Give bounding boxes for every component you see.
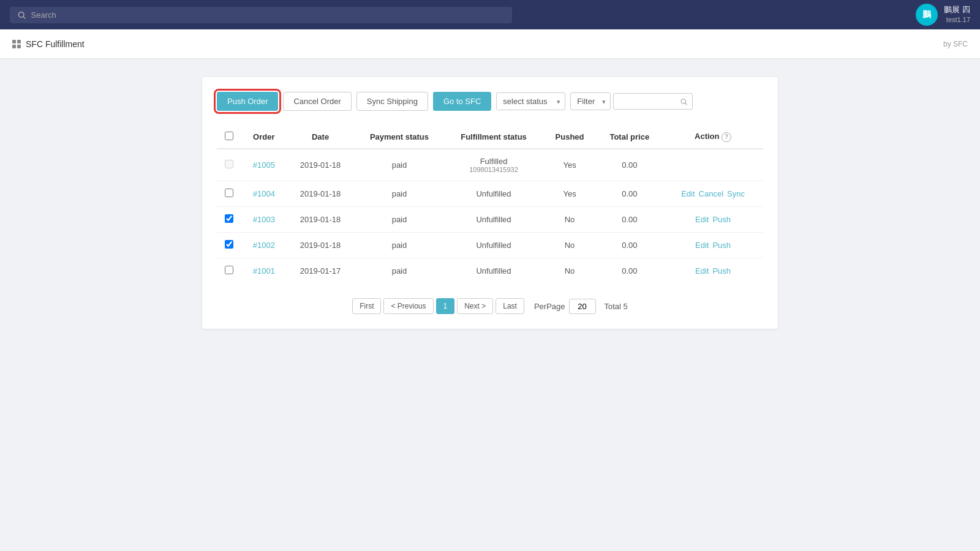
current-page-button[interactable]: 1 <box>436 298 455 314</box>
payment-status: paid <box>354 258 444 284</box>
row-checkbox[interactable] <box>225 266 233 274</box>
first-page-button[interactable]: First <box>352 298 381 314</box>
main-content: Push Order Cancel Order Sync Shipping Go… <box>0 59 980 347</box>
svg-point-0 <box>18 12 24 17</box>
fulfillment-status: Unfulfilled <box>444 258 543 284</box>
row-checkbox[interactable] <box>225 189 233 197</box>
col-action: Action ? <box>663 126 763 149</box>
orders-table: Order Date Payment status Fulfillment st… <box>217 126 763 283</box>
user-sub: test1.17 <box>944 15 970 24</box>
row-checkbox[interactable] <box>225 160 233 168</box>
action-push-link[interactable]: Push <box>712 215 731 224</box>
last-page-button[interactable]: Last <box>496 298 524 314</box>
next-page-button[interactable]: Next > <box>457 298 493 314</box>
table-body: #10052019-01-18paidFulfilled109801341593… <box>217 149 763 283</box>
perpage-wrap: PerPage Total 5 <box>534 299 628 314</box>
subheader-right: by SFC <box>943 40 968 48</box>
filter-search-wrap[interactable] <box>613 93 693 110</box>
col-date: Date <box>287 126 355 149</box>
search-bar[interactable] <box>10 7 512 23</box>
order-link[interactable]: #1005 <box>253 160 275 170</box>
action-edit-link[interactable]: Edit <box>695 215 709 224</box>
table-row: #10012019-01-17paidUnfulfilledNo0.00Edit… <box>217 258 763 284</box>
payment-status: paid <box>354 207 444 233</box>
pushed-status: No <box>543 233 597 258</box>
table-row: #10022019-01-18paidUnfulfilledNo0.00Edit… <box>217 233 763 258</box>
subheader: SFC Fulfillment by SFC <box>0 29 980 59</box>
svg-line-1 <box>23 17 25 18</box>
order-link[interactable]: #1004 <box>253 189 275 198</box>
total-price: 0.00 <box>596 207 663 233</box>
grid-icon <box>12 40 21 48</box>
select-all-checkbox[interactable] <box>225 132 233 140</box>
sync-shipping-button[interactable]: Sync Shipping <box>356 92 428 111</box>
action-push-link[interactable]: Push <box>712 266 731 276</box>
total-price: 0.00 <box>596 258 663 284</box>
fulfillment-status: Unfulfilled <box>444 233 543 258</box>
row-checkbox[interactable] <box>225 214 233 223</box>
action-edit-link[interactable]: Edit <box>695 241 709 250</box>
order-link[interactable]: #1003 <box>253 215 275 224</box>
action-cell <box>663 149 763 181</box>
action-cancel-link[interactable]: Cancel <box>699 189 723 198</box>
col-checkbox <box>217 126 241 149</box>
pushed-status: No <box>543 258 597 284</box>
subheader-left: SFC Fulfillment <box>12 39 85 49</box>
order-date: 2019-01-18 <box>287 181 355 207</box>
user-name: 鵬展 四 <box>944 5 970 15</box>
total-price: 0.00 <box>596 181 663 207</box>
payment-status: paid <box>354 149 444 181</box>
user-info: 鵬展 四 test1.17 <box>944 5 970 24</box>
fulfillment-status: Unfulfilled <box>444 181 543 207</box>
order-link[interactable]: #1002 <box>253 241 275 250</box>
order-date: 2019-01-18 <box>287 149 355 181</box>
user-area: 鵬 鵬展 四 test1.17 <box>916 4 970 26</box>
table-row: #10032019-01-18paidUnfulfilledNo0.00Edit… <box>217 207 763 233</box>
go-to-sfc-button[interactable]: Go to SFC <box>433 92 491 111</box>
payment-status: paid <box>354 181 444 207</box>
top-nav: 鵬 鵬展 四 test1.17 <box>0 0 980 29</box>
col-total: Total price <box>596 126 663 149</box>
action-edit-link[interactable]: Edit <box>681 189 695 198</box>
fulfillment-status: Unfulfilled <box>444 207 543 233</box>
pushed-status: Yes <box>543 181 597 207</box>
avatar: 鵬 <box>916 4 938 26</box>
perpage-input[interactable] <box>569 299 596 314</box>
toolbar: Push Order Cancel Order Sync Shipping Go… <box>217 92 763 111</box>
col-fulfillment: Fulfillment status <box>444 126 543 149</box>
card: Push Order Cancel Order Sync Shipping Go… <box>202 77 778 329</box>
action-help-icon[interactable]: ? <box>722 132 731 142</box>
filter-select[interactable]: Filter Order Date <box>570 92 611 110</box>
svg-line-3 <box>685 103 687 105</box>
action-cell: EditCancelSync <box>663 181 763 207</box>
order-date: 2019-01-18 <box>287 207 355 233</box>
col-payment: Payment status <box>354 126 444 149</box>
cancel-order-button[interactable]: Cancel Order <box>283 92 351 111</box>
fulfillment-status: Fulfilled1098013415932 <box>444 149 543 181</box>
col-order: Order <box>241 126 287 149</box>
prev-page-button[interactable]: < Previous <box>383 298 433 314</box>
order-date: 2019-01-17 <box>287 258 355 284</box>
search-input[interactable] <box>31 10 505 20</box>
total-label: Total 5 <box>605 302 628 311</box>
search-icon <box>17 10 26 20</box>
order-link[interactable]: #1001 <box>253 266 275 276</box>
pushed-status: Yes <box>543 149 597 181</box>
pushed-status: No <box>543 207 597 233</box>
pagination: First < Previous 1 Next > Last PerPage T… <box>217 298 763 314</box>
payment-status: paid <box>354 233 444 258</box>
action-push-link[interactable]: Push <box>712 241 731 250</box>
subheader-title: SFC Fulfillment <box>26 39 85 49</box>
svg-point-2 <box>681 99 685 103</box>
total-price: 0.00 <box>596 149 663 181</box>
status-select-wrap: select status paid unpaid pending <box>496 92 565 110</box>
action-edit-link[interactable]: Edit <box>695 266 709 276</box>
filter-search-icon <box>680 97 687 106</box>
action-cell: EditPush <box>663 233 763 258</box>
row-checkbox[interactable] <box>225 240 233 249</box>
action-sync-link[interactable]: Sync <box>727 189 745 198</box>
status-select[interactable]: select status paid unpaid pending <box>496 92 565 110</box>
table-header: Order Date Payment status Fulfillment st… <box>217 126 763 149</box>
filter-search-input[interactable] <box>619 97 680 106</box>
push-order-button[interactable]: Push Order <box>217 92 278 111</box>
